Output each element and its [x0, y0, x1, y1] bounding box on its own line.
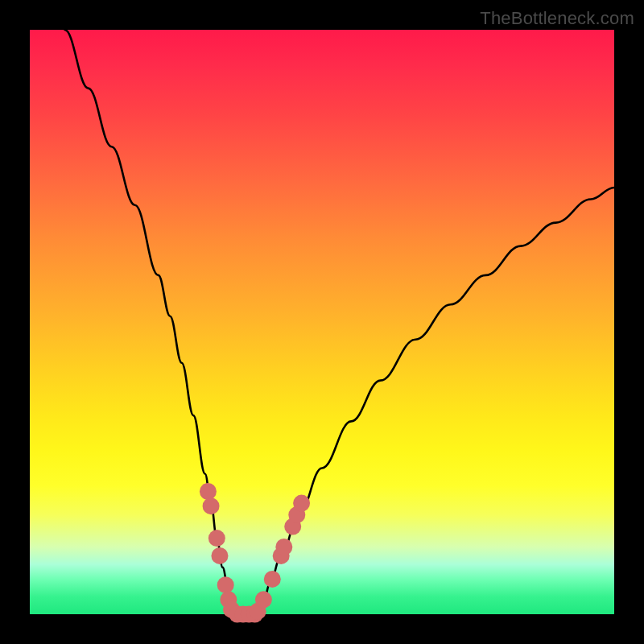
highlight-markers: [200, 483, 310, 622]
watermark-text: TheBottleneck.com: [480, 8, 634, 29]
marker-dot: [203, 497, 220, 514]
marker-dot: [275, 539, 292, 555]
bottleneck-curve: [65, 30, 614, 614]
marker-dot: [293, 495, 310, 512]
plot-area: [30, 30, 614, 614]
curve-layer: [30, 30, 614, 614]
marker-dot: [200, 483, 217, 500]
marker-dot: [208, 530, 225, 547]
marker-dot: [255, 591, 272, 608]
marker-dot: [211, 547, 228, 564]
marker-dot: [217, 576, 234, 593]
marker-dot: [264, 571, 281, 588]
chart-frame: TheBottleneck.com: [0, 0, 644, 644]
